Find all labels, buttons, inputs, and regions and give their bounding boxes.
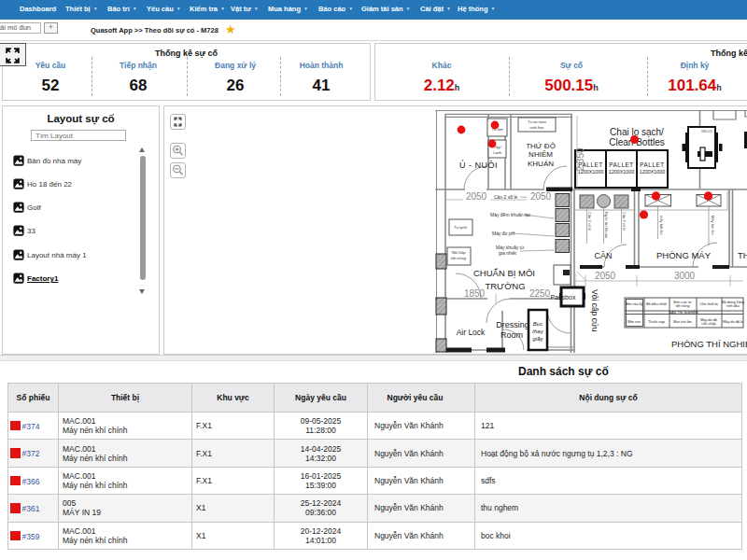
svg-text:3000: 3000	[674, 271, 696, 281]
svg-text:THỨ ĐỘ: THỨ ĐỘ	[526, 142, 556, 150]
svg-text:Dressing: Dressing	[496, 320, 529, 329]
svg-text:2250: 2250	[529, 288, 551, 299]
svg-text:Bục: Bục	[533, 321, 543, 327]
svg-text:Cân 2 số lẻ: Cân 2 số lẻ	[494, 194, 518, 200]
svg-text:WH-D3: WH-D3	[701, 130, 712, 133]
svg-text:PALLET: PALLET	[609, 161, 634, 168]
svg-text:PHÒNG MÁY: PHÒNG MÁY	[656, 250, 712, 260]
svg-text:TRƯỜNG: TRƯỜNG	[485, 281, 525, 291]
svg-text:1850: 1850	[464, 288, 486, 299]
svg-text:Máy đo pH: Máy đo pH	[492, 231, 515, 236]
svg-text:thay: thay	[532, 329, 543, 334]
svg-text:Tủ lạnh: Tủ lạnh	[454, 225, 468, 230]
svg-text:máy hút ẩm: máy hút ẩm	[659, 216, 664, 236]
svg-text:NHIỄM: NHIỄM	[529, 150, 553, 159]
svg-text:tiệt trùng: tiệt trùng	[676, 304, 690, 308]
svg-text:Máy đếm khuẩn lạc: Máy đếm khuẩn lạc	[490, 212, 531, 217]
svg-text:1200X1000: 1200X1000	[609, 169, 635, 175]
svg-text:Bồn rửa: Bồn rửa	[627, 320, 641, 324]
svg-text:Lạnh: Lạnh	[493, 150, 502, 155]
svg-text:Máy đo độ la: Máy đo độ la	[723, 320, 744, 324]
svg-text:Nồi hấp: Nồi hấp	[452, 250, 466, 255]
svg-text:Bàn trải ấm: Bàn trải ấm	[673, 320, 691, 324]
svg-text:tiệt trùng: tiệt trùng	[451, 256, 467, 260]
svg-text:gia nhiệt: gia nhiệt	[499, 250, 517, 256]
svg-text:cắn chập: cắn chập	[701, 321, 715, 326]
svg-text:Thuốc nạp: Thuốc nạp	[648, 320, 665, 324]
svg-text:PHÒNG THÍ NGHIỆM: PHÒNG THÍ NGHIỆM	[671, 339, 747, 349]
svg-text:1200X1000: 1200X1000	[640, 169, 666, 175]
svg-text:CÂN: CÂN	[594, 251, 612, 260]
svg-text:2050: 2050	[595, 271, 616, 281]
svg-text:PALLET: PALLET	[640, 161, 665, 168]
svg-text:tinh dầu: tinh dầu	[726, 304, 740, 308]
svg-text:sinh học: sinh học	[529, 125, 544, 130]
svg-text:THÍ: THÍ	[738, 250, 747, 260]
svg-text:Bồn rửa kỹ: Bồn rửa kỹ	[626, 302, 643, 306]
svg-text:Máy tạo ẩm: Máy tạo ẩm	[711, 216, 715, 236]
svg-text:2050: 2050	[466, 191, 487, 202]
svg-text:Room: Room	[500, 330, 523, 340]
svg-text:Bể điều nhiệt: Bể điều nhiệt	[646, 302, 668, 306]
svg-text:CHUẨN BỊ MÔI: CHUẨN BỊ MÔI	[473, 268, 535, 278]
svg-text:Cân 2 số lẻ: Cân 2 số lẻ	[587, 212, 592, 231]
svg-text:Cân 4 số lẻ: Cân 4 số lẻ	[622, 212, 627, 231]
svg-text:Tủ an toàn: Tủ an toàn	[528, 119, 547, 124]
svg-text:BÀN THÍ NGHIỆM: BÀN THÍ NGHIỆM	[669, 310, 698, 315]
svg-text:giầy: giầy	[532, 336, 543, 342]
svg-text:Vòi cấp cứu: Vòi cấp cứu	[590, 289, 599, 332]
svg-text:KHUẨN: KHUẨN	[528, 160, 554, 168]
svg-text:Ng tủ ấm khuẩn: Ng tủ ấm khuẩn	[604, 212, 609, 238]
svg-text:Ủ - NUÔI: Ủ - NUÔI	[459, 160, 498, 170]
svg-text:2,350: 2,350	[575, 147, 585, 171]
svg-text:Chai lọ sạch/: Chai lọ sạch/	[610, 127, 664, 137]
svg-text:2050: 2050	[530, 191, 552, 202]
svg-text:Passbox: Passbox	[551, 294, 576, 301]
svg-text:Che thiết bị: Che thiết bị	[699, 302, 717, 306]
svg-text:Air Lock: Air Lock	[457, 328, 486, 337]
